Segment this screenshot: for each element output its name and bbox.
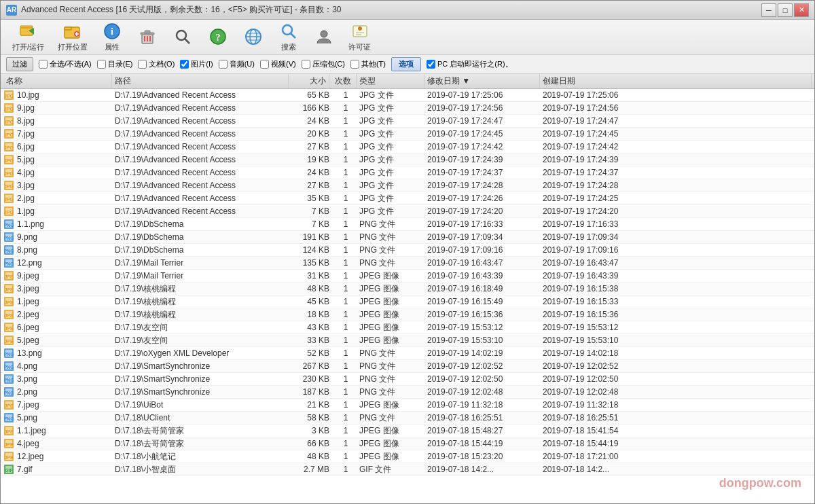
table-row[interactable]: JPG 4.jpg D:\7.19\Advanced Recent Access… (1, 166, 814, 179)
table-row[interactable]: JPE 1.jpeg D:\7.19\核桃编程 45 KB 1 JPEG 图像 … (1, 295, 814, 308)
help-button[interactable]: ? (201, 24, 235, 51)
close-button[interactable]: ✕ (794, 3, 809, 17)
svg-line-26 (291, 33, 295, 38)
svg-text:PNG: PNG (3, 352, 14, 357)
pc-autorun-checkbox[interactable]: PC 启动即运行之(R)。 (427, 59, 513, 69)
file-modified: 2019-07-19 17:24:28 (427, 181, 543, 190)
table-row[interactable]: JPE 7.jpeg D:\7.19\UiBot 21 KB 1 JPEG 图像… (1, 399, 814, 412)
image-checkbox[interactable]: 图片(I) (180, 59, 213, 69)
file-created: 2019-07-19 17:24:56 (543, 103, 812, 113)
col-header-size[interactable]: 大小 (289, 74, 329, 88)
options-button[interactable]: 选项 (391, 57, 421, 71)
table-row[interactable]: PNG 13.png D:\7.19\oXygen XML Developer … (1, 347, 814, 360)
file-list[interactable]: JPG 10.jpg D:\7.19\Advanced Recent Acces… (1, 89, 814, 503)
pc-autorun-input[interactable] (427, 60, 435, 69)
file-icon: JPG (3, 154, 14, 165)
select-all-input[interactable] (39, 60, 48, 69)
file-path: D:\7.19\SmartSynchronize (115, 374, 291, 384)
col-header-name[interactable]: 名称 (3, 74, 112, 88)
file-size: 66 KB (291, 439, 332, 448)
table-row[interactable]: PNG 12.png D:\7.19\Mail Terrier 135 KB 1… (1, 257, 814, 270)
other-input[interactable] (350, 60, 359, 69)
audio-input[interactable] (219, 60, 228, 69)
open-location-button[interactable]: 打开位置 (52, 18, 94, 56)
user-button[interactable] (307, 24, 341, 51)
table-row[interactable]: PNG 2.png D:\7.19\SmartSynchronize 187 K… (1, 386, 814, 399)
file-name: 1.1.png (17, 219, 115, 229)
help-icon: ? (209, 27, 228, 46)
document-input[interactable] (138, 60, 147, 69)
file-path: D:\7.18\小航笔记 (115, 451, 291, 463)
col-header-created[interactable]: 创建日期 (540, 74, 812, 88)
table-row[interactable]: JPE 1.1.jpeg D:\7.18\去哥简管家 3 KB 1 JPEG 图… (1, 425, 814, 437)
file-modified: 2019-07-18 16:25:51 (427, 413, 543, 422)
table-row[interactable]: JPE 12.jpeg D:\7.18\小航笔记 48 KB 1 JPEG 图像… (1, 450, 814, 463)
col-header-count[interactable]: 次数 (329, 74, 357, 88)
archive-checkbox[interactable]: 压缩包(C) (302, 59, 345, 69)
video-checkbox[interactable]: 视频(V) (260, 59, 296, 69)
archive-input[interactable] (302, 60, 310, 69)
table-row[interactable]: JPG 1.jpg D:\7.19\Advanced Recent Access… (1, 205, 814, 218)
table-row[interactable]: JPG 3.jpg D:\7.19\Advanced Recent Access… (1, 179, 814, 192)
table-row[interactable]: JPG 7.jpg D:\7.19\Advanced Recent Access… (1, 128, 814, 141)
file-created: 2019-07-19 17:24:25 (543, 194, 812, 203)
table-row[interactable]: JPE 3.jpeg D:\7.19\核桃编程 48 KB 1 JPEG 图像 … (1, 283, 814, 295)
table-row[interactable]: GIF 7.gif D:\7.18\小智桌面 2.7 MB 1 GIF 文件 2… (1, 463, 814, 476)
audio-checkbox[interactable]: 音频(U) (219, 59, 255, 69)
open-run-button[interactable]: 打开/运行 (6, 18, 50, 56)
table-row[interactable]: JPG 9.jpg D:\7.19\Advanced Recent Access… (1, 102, 814, 115)
file-icon: PNG (3, 361, 14, 372)
maximize-button[interactable]: □ (778, 3, 793, 17)
table-row[interactable]: JPG 10.jpg D:\7.19\Advanced Recent Acces… (1, 89, 814, 102)
file-path: D:\7.19\Advanced Recent Access (115, 206, 291, 216)
minimize-button[interactable]: ─ (761, 3, 776, 17)
file-icon: JPE (3, 283, 14, 294)
column-headers: 名称 路径 大小 次数 类型 修改日期 ▼ 创建日期 (1, 74, 814, 89)
file-modified: 2019-07-19 17:25:06 (427, 90, 543, 100)
file-path: D:\7.19\oXygen XML Developer (115, 348, 291, 358)
file-count: 1 (332, 232, 359, 242)
table-row[interactable]: PNG 8.png D:\7.19\DbSchema 124 KB 1 PNG … (1, 244, 814, 257)
table-row[interactable]: JPG 8.jpg D:\7.19\Advanced Recent Access… (1, 115, 814, 128)
file-icon: JPG (3, 180, 14, 191)
file-type: JPEG 图像 (359, 335, 427, 346)
table-row[interactable]: PNG 4.png D:\7.19\SmartSynchronize 267 K… (1, 360, 814, 373)
table-row[interactable]: JPG 5.jpg D:\7.19\Advanced Recent Access… (1, 154, 814, 166)
table-row[interactable]: PNG 5.png D:\7.18\UClient 58 KB 1 PNG 文件… (1, 412, 814, 425)
table-row[interactable]: JPE 9.jpeg D:\7.19\Mail Terrier 31 KB 1 … (1, 270, 814, 283)
file-path: D:\7.19\Advanced Recent Access (115, 194, 291, 203)
file-created: 2019-07-19 17:25:06 (543, 90, 812, 100)
file-name: 3.png (17, 374, 115, 384)
table-row[interactable]: JPE 5.jpeg D:\7.19\友空间 33 KB 1 JPEG 图像 2… (1, 334, 814, 347)
web-button[interactable] (236, 24, 270, 51)
col-header-modified[interactable]: 修改日期 ▼ (424, 74, 540, 88)
file-path: D:\7.19\Advanced Recent Access (115, 103, 291, 113)
document-checkbox[interactable]: 文档(O) (138, 59, 175, 69)
directory-checkbox[interactable]: 目录(E) (97, 59, 133, 69)
table-row[interactable]: JPE 2.jpeg D:\7.19\核桃编程 18 KB 1 JPEG 图像 … (1, 308, 814, 321)
svg-text:JPE: JPE (4, 403, 14, 408)
table-row[interactable]: JPE 6.jpeg D:\7.19\友空间 43 KB 1 JPEG 图像 2… (1, 321, 814, 334)
file-modified: 2019-07-18 14:2... (427, 465, 543, 474)
find-button[interactable] (166, 24, 200, 51)
user-icon (314, 27, 333, 46)
directory-input[interactable] (97, 60, 106, 69)
col-header-type[interactable]: 类型 (357, 74, 424, 88)
file-size: 230 KB (291, 374, 332, 384)
video-input[interactable] (260, 60, 269, 69)
delete-button[interactable] (130, 24, 164, 51)
table-row[interactable]: PNG 1.1.png D:\7.19\DbSchema 7 KB 1 PNG … (1, 218, 814, 231)
col-header-path[interactable]: 路径 (112, 74, 289, 88)
select-all-checkbox[interactable]: 全选/不选(A) (39, 59, 92, 69)
search-button[interactable]: 搜索 (272, 18, 306, 56)
license-button[interactable]: 许可证 (342, 18, 377, 56)
table-row[interactable]: JPG 6.jpg D:\7.19\Advanced Recent Access… (1, 141, 814, 154)
properties-button[interactable]: i 属性 (95, 18, 129, 56)
table-row[interactable]: JPG 2.jpg D:\7.19\Advanced Recent Access… (1, 192, 814, 205)
table-row[interactable]: PNG 9.png D:\7.19\DbSchema 191 KB 1 PNG … (1, 231, 814, 244)
table-row[interactable]: JPE 4.jpeg D:\7.18\去哥简管家 66 KB 1 JPEG 图像… (1, 437, 814, 450)
filter-button[interactable]: 过滤 (6, 57, 33, 71)
image-input[interactable] (180, 60, 189, 69)
other-checkbox[interactable]: 其他(T) (350, 59, 386, 69)
table-row[interactable]: PNG 3.png D:\7.19\SmartSynchronize 230 K… (1, 373, 814, 386)
